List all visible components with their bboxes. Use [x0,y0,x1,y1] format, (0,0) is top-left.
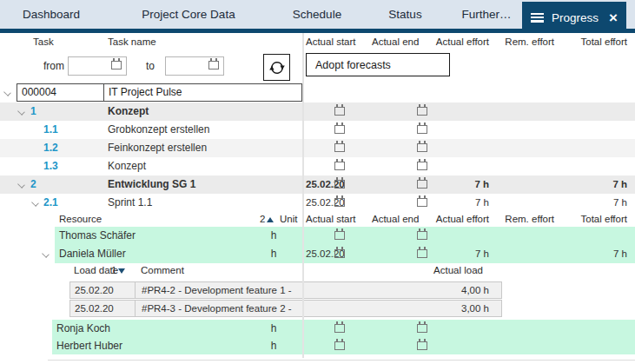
calendar-icon[interactable] [417,231,427,240]
col-task: Task [33,33,54,50]
load-date: 25.02.20 [75,301,114,316]
calendar-icon[interactable] [334,107,345,116]
load-comment: #PR4-2 - Development feature 1 - [142,282,292,298]
calendar-icon[interactable] [208,61,219,69]
col-actual-load: Actual load [302,263,483,278]
load-header-row: Load date 1 Comment Actual load [0,263,635,278]
tab-status[interactable]: Status [360,0,451,29]
to-label: to [146,56,155,76]
refresh-button[interactable] [263,54,290,81]
tab-project-core-data[interactable]: Project Core Data [103,0,275,29]
calendar-icon[interactable] [334,143,345,152]
calendar-icon[interactable] [417,324,427,333]
calendar-icon[interactable] [334,341,345,350]
calendar-icon[interactable] [417,143,427,152]
col-rem-effort: Rem. effort [493,33,554,50]
calendar-icon[interactable] [334,198,345,207]
resource-sort-indicator[interactable]: 2 [260,212,274,227]
actual-effort-value: 7 h [430,175,489,194]
calendar-icon[interactable] [334,324,345,333]
actual-effort-value: 7 h [430,194,489,212]
load-row[interactable]: 25.02.20 #PR4-2 - Development feature 1 … [69,281,502,299]
calendar-icon[interactable] [417,341,427,350]
col-comment: Comment [141,263,184,278]
load-value: 4,00 h [303,282,496,298]
column-header-row: Task Task name Actual start Actual end A… [0,33,635,50]
task-row[interactable]: 2.1 Sprint 1.1 25.02.20 7 h 7 h [0,194,635,212]
tab-progress-label: Progress [552,11,604,24]
calendar-icon[interactable] [417,107,427,116]
tab-dashboard[interactable]: Dashboard [0,0,103,29]
tab-further[interactable]: Further… [451,0,522,29]
task-row[interactable]: 1.1 Grobkonzept erstellen [0,121,635,139]
total-effort-value: 7 h [560,175,627,194]
project-id[interactable]: 000004 [17,84,104,101]
total-effort-value: 7 h [560,194,627,212]
task-id: 1.1 [43,121,58,139]
resource-row-band [55,227,635,245]
task-id: 2.1 [43,194,58,212]
sort-asc-icon [267,217,274,222]
adopt-forecasts-button[interactable]: Adopt forecasts [306,53,450,76]
bottom-divider [48,360,635,361]
panel-divider [302,33,304,358]
task-row[interactable]: 2 Entwicklung SG 1 25.02.20 7 h 7 h [0,175,635,194]
col-resource[interactable]: Resource [59,212,102,227]
close-icon[interactable]: × [609,10,618,25]
calendar-icon[interactable] [334,231,345,240]
resource-unit: h [265,320,282,337]
col-actual-start: Actual start [306,212,356,227]
chevron-down-icon[interactable] [31,199,39,207]
resource-row[interactable]: Daniela Müller h 25.02.20 7 h 7 h [0,245,635,263]
chevron-down-icon[interactable] [3,89,11,96]
calendar-icon[interactable] [334,180,345,189]
actual-effort-value: 7 h [430,245,489,263]
calendar-icon[interactable] [417,198,427,207]
calendar-icon[interactable] [417,180,427,189]
col-total-effort: Total effort [560,33,627,50]
menu-icon[interactable] [531,13,544,23]
load-sort-indicator[interactable]: 1 [111,263,125,278]
calendar-icon[interactable] [334,125,345,134]
tab-progress-active[interactable]: Progress × [522,2,626,33]
resource-row[interactable]: Herbert Huber h [0,337,635,354]
task-name: Konzept [108,103,149,121]
chevron-down-icon[interactable] [42,250,50,258]
calendar-icon[interactable] [417,249,427,258]
col-unit: Unit [280,212,297,227]
task-row[interactable]: 1 Konzept [0,103,635,121]
resource-row[interactable]: Ronja Koch h [0,320,635,337]
resource-name: Ronja Koch [56,320,110,337]
task-id: 1.2 [43,139,58,157]
tab-schedule[interactable]: Schedule [275,0,360,29]
resource-unit: h [265,227,282,245]
chevron-down-icon[interactable] [17,108,25,116]
resource-name: Herbert Huber [56,337,122,354]
calendar-icon[interactable] [417,125,427,134]
project-name[interactable]: IT Project Pulse [104,84,301,101]
task-row[interactable]: 1.3 Konzept [0,157,635,175]
task-row[interactable]: 1.2 Feinkonzept erstellen [0,139,635,157]
col-actual-end: Actual end [372,33,419,50]
filter-row: from to Adopt forecasts [0,50,635,83]
from-label: from [43,56,64,76]
resource-name: Daniela Müller [59,245,126,263]
load-row[interactable]: 25.02.20 #PR4-3 - Development feature 2 … [69,300,502,317]
calendar-icon[interactable] [334,162,345,170]
cell-divider [135,282,136,298]
project-edit-box[interactable]: 000004 IT Project Pulse [17,83,302,102]
resource-header-row: Resource 2 Unit Actual start Actual end … [0,212,635,227]
calendar-icon[interactable] [334,249,345,258]
calendar-icon[interactable] [111,61,122,69]
progress-view: Dashboard Project Core Data Schedule Sta… [0,0,635,364]
load-comment: #PR4-3 - Development feature 2 - [142,301,292,316]
col-actual-end: Actual end [372,212,419,227]
col-actual-start: Actual start [306,33,356,50]
load-date: 25.02.20 [75,282,114,298]
resource-row[interactable]: Thomas Schäfer h [0,227,635,245]
calendar-icon[interactable] [417,162,427,170]
chevron-down-icon[interactable] [17,181,25,189]
cell-divider [135,301,136,316]
project-row[interactable]: 000004 IT Project Pulse [0,83,635,103]
resource-unit: h [265,245,282,263]
